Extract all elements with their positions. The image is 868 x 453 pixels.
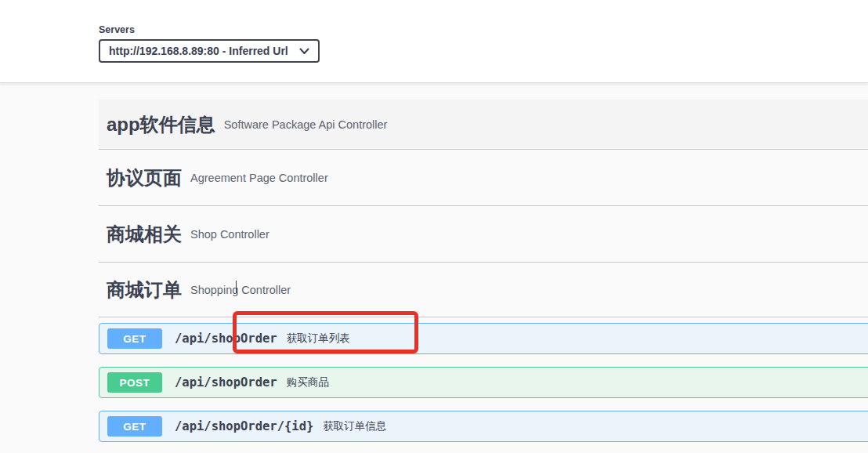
endpoint-row-post-shoporder[interactable]: POST /api/shopOrder 购买商品 <box>99 367 868 398</box>
servers-label: Servers <box>99 24 320 35</box>
server-select[interactable]: http://192.168.8.89:80 - Inferred Url <box>99 39 320 63</box>
tag-description: Agreement Page Controller <box>190 172 328 184</box>
endpoint-path: /api/shopOrder <box>175 332 277 346</box>
tag-description: Shop Controller <box>190 228 269 241</box>
endpoint-summary: 获取订单列表 <box>287 332 350 346</box>
tag-section-app-software-info[interactable]: app软件信息 Software Package Api Controller <box>99 100 868 150</box>
tag-title: 商城订单 <box>107 277 182 303</box>
method-badge-get: GET <box>107 328 162 349</box>
server-select-value: http://192.168.8.89:80 - Inferred Url <box>109 45 288 57</box>
api-wrapper: app软件信息 Software Package Api Controller … <box>99 100 868 453</box>
scheme-container: Servers http://192.168.8.89:80 - Inferre… <box>0 0 868 83</box>
endpoint-list: GET /api/shopOrder 获取订单列表 POST /api/shop… <box>99 323 868 442</box>
endpoint-summary: 购买商品 <box>287 375 329 390</box>
tag-section-agreement-page[interactable]: 协议页面 Agreement Page Controller <box>99 150 868 206</box>
endpoint-row-get-shoporder[interactable]: GET /api/shopOrder 获取订单列表 <box>99 323 868 354</box>
method-badge-post: POST <box>107 372 162 393</box>
chevron-down-icon <box>299 48 309 55</box>
text-cursor-ibeam <box>236 281 237 293</box>
tag-description: Shopping Controller <box>190 284 291 296</box>
endpoint-row-get-shoporder-id[interactable]: GET /api/shopOrder/{id} 获取订单信息 <box>99 411 868 442</box>
endpoint-path: /api/shopOrder <box>175 375 277 390</box>
tag-title: 协议页面 <box>107 165 182 190</box>
tag-section-shop[interactable]: 商城相关 Shop Controller <box>99 206 868 263</box>
tag-title: 商城相关 <box>107 222 182 247</box>
swagger-ui-page: { "servers": { "label": "Servers", "sele… <box>0 0 868 453</box>
servers-block: Servers http://192.168.8.89:80 - Inferre… <box>99 24 320 63</box>
method-badge-get: GET <box>107 416 162 437</box>
endpoint-summary: 获取订单信息 <box>323 419 386 433</box>
endpoint-path: /api/shopOrder/{id} <box>175 419 313 433</box>
tag-section-shop-order[interactable]: 商城订单 Shopping Controller <box>99 263 868 317</box>
tag-title: app软件信息 <box>107 112 215 137</box>
tag-description: Software Package Api Controller <box>224 118 388 131</box>
